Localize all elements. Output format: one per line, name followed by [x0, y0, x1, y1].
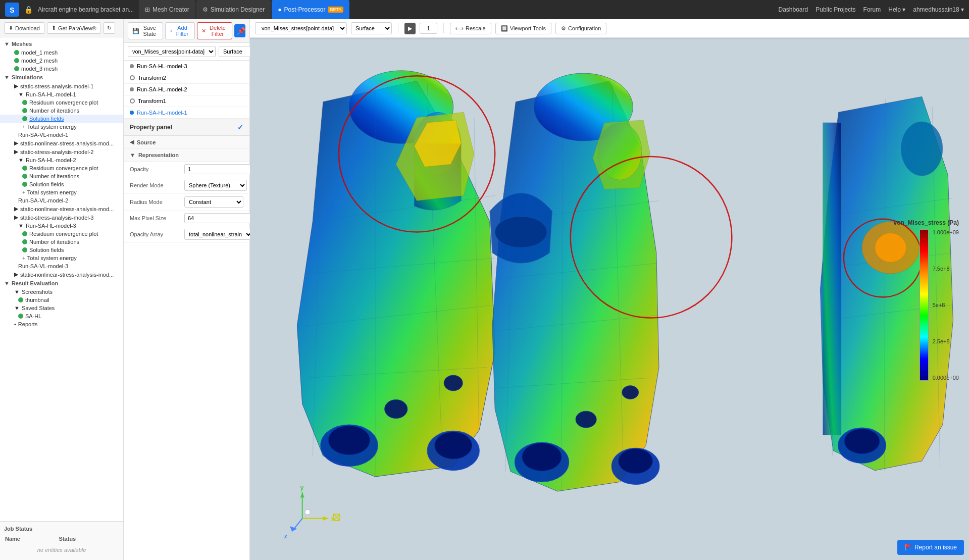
- legend-labels: 1.000e+09 7.5e+8 5e+8 2.5e+8 0.000e+00: [931, 229, 959, 381]
- caret-down-icon: ▼: [14, 305, 20, 311]
- nav-forum[interactable]: Forum: [863, 6, 881, 13]
- tree-item-static-nonlinear-3[interactable]: ▶ static-nonlinear-stress-analysis-mod..…: [0, 270, 123, 279]
- opacity-array-select[interactable]: total_nonlinear_strain von_Mises_stress …: [184, 229, 253, 240]
- canvas-area[interactable]: x y z von_Mises_stress: [250, 39, 969, 560]
- tree-item-static-nonlinear-1[interactable]: ▶ static-nonlinear-stress-analysis-mod..…: [0, 139, 123, 147]
- tree-item-total-energy-1[interactable]: + Total system energy: [0, 123, 123, 131]
- tree-item-static-stress-2[interactable]: ▶ static-stress-analysis-model-2: [0, 147, 123, 156]
- svg-point-20: [844, 429, 880, 453]
- tree-item-screenshots[interactable]: ▼ Screenshots: [0, 288, 123, 296]
- simulations-header[interactable]: ▼ Simulations: [0, 73, 123, 82]
- tree-item-sa-hl[interactable]: SA-HL: [0, 312, 123, 320]
- get-paraview-button[interactable]: ⬆ Get ParaView®: [47, 22, 101, 34]
- tree-item-model3-mesh[interactable]: model_3 mesh: [0, 65, 123, 73]
- tree-item-iterations-1[interactable]: Number of iterations: [0, 107, 123, 115]
- job-status-title: Job Status: [4, 526, 119, 532]
- vt-render-select[interactable]: Surface Wireframe: [351, 22, 392, 34]
- status-dot-green: [22, 247, 27, 252]
- tree-item-thumbnail[interactable]: thumbnail: [0, 296, 123, 304]
- render-mode-select[interactable]: Sphere (Texture) Gaussian Black-Edged Ci…: [184, 180, 247, 191]
- tree-item-run-sa-hl-1[interactable]: ▼ Run-SA-HL-model-1: [0, 90, 123, 98]
- tab-post-processor[interactable]: ● Post-Processor BETA: [272, 0, 349, 19]
- eye-icon: [130, 75, 135, 80]
- status-dot-green: [22, 231, 27, 236]
- tree-item-solution-1[interactable]: Solution fields: [0, 115, 123, 123]
- prop-row-opacity-array: Opacity Array total_nonlinear_strain von…: [124, 226, 249, 243]
- tree-item-iterations-3[interactable]: Number of iterations: [0, 238, 123, 246]
- tree-item-iterations-2[interactable]: Number of iterations: [0, 172, 123, 180]
- rescale-button[interactable]: ⟺ Rescale: [450, 23, 491, 34]
- pipeline-item-1[interactable]: Transform2: [124, 72, 249, 84]
- tree-item-residuum-2[interactable]: Residuum convergence plot: [0, 164, 123, 172]
- svg-point-25: [495, 217, 547, 248]
- job-col-status: Status: [59, 535, 118, 543]
- caret-right-icon: ▶: [14, 206, 18, 212]
- svg-point-23: [901, 122, 942, 176]
- caret-right-icon: ▶: [14, 83, 18, 89]
- tree-item-static-nonlinear-2[interactable]: ▶ static-nonlinear-stress-analysis-mod..…: [0, 205, 123, 213]
- tree-item-run-sa-hl-2[interactable]: ▼ Run-SA-HL-model-2: [0, 156, 123, 164]
- tree-item-model2-mesh[interactable]: model_2 mesh: [0, 57, 123, 65]
- status-dot-green: [22, 239, 27, 244]
- status-dot-green: [14, 50, 19, 55]
- pin-button[interactable]: 📌: [234, 24, 245, 37]
- tree-item-saved-states[interactable]: ▼ Saved States: [0, 304, 123, 312]
- tab-mesh-creator[interactable]: ⊞ Mesh Creator: [139, 0, 195, 19]
- tab-simulation-designer[interactable]: ⚙ Simulation Designer: [196, 0, 271, 19]
- nav-public-projects[interactable]: Public Projects: [815, 6, 855, 13]
- caret-right-icon: ▶: [14, 148, 18, 155]
- pipeline-item-0[interactable]: Run-SA-HL-model-3: [124, 61, 249, 72]
- report-issue-button[interactable]: 🚩 Report an issue: [897, 540, 964, 555]
- max-pixel-label: Max Pixel Size: [130, 215, 180, 221]
- viewport-tools-button[interactable]: 🔲 Viewport Tools: [495, 23, 551, 34]
- tree-item-run-sa-vl-1[interactable]: Run-SA-VL-model-1: [0, 131, 123, 139]
- tree-item-total-energy-2[interactable]: + Total system energy: [0, 188, 123, 196]
- result-eval-header[interactable]: ▼ Result Evaluation: [0, 279, 123, 288]
- tree-item-static-stress-1[interactable]: ▶ static-stress-analysis-model-1: [0, 82, 123, 90]
- pipeline-item-4[interactable]: Run-SA-HL-model-1: [124, 107, 249, 119]
- refresh-button[interactable]: ↻: [104, 22, 115, 34]
- play-button[interactable]: ▶: [404, 23, 416, 34]
- download-button[interactable]: ⬇ Download: [4, 22, 44, 34]
- svg-point-7: [435, 432, 472, 459]
- tree-item-solution-2[interactable]: Solution fields: [0, 180, 123, 188]
- result-eval-label: Result Evaluation: [12, 280, 58, 286]
- representation-section-header[interactable]: ▼ Representation: [124, 149, 249, 162]
- svg-point-16: [576, 411, 596, 428]
- source-section-header[interactable]: ◀ Source: [124, 136, 249, 149]
- frame-input[interactable]: [420, 23, 437, 34]
- vt-variable-select[interactable]: von_Mises_stress[point-data]: [255, 22, 347, 34]
- radius-mode-select[interactable]: Constant Scalar Vector: [184, 196, 243, 208]
- add-filter-button[interactable]: + Add Filter: [165, 22, 195, 39]
- svg-text:x: x: [331, 515, 334, 522]
- tree-item-run-sa-vl-2[interactable]: Run-SA-VL-model-2: [0, 196, 123, 205]
- user-menu[interactable]: ahmedhussain18 ▾: [913, 6, 964, 13]
- tree-item-run-sa-hl-3[interactable]: ▼ Run-SA-HL-model-3: [0, 222, 123, 230]
- top-navigation: S 🔒 Aircraft engine bearing bracket an..…: [0, 0, 969, 19]
- meshes-header[interactable]: ▼ Meshes: [0, 39, 123, 48]
- variable-select[interactable]: von_Mises_stress[point-data]: [128, 46, 216, 57]
- tree-item-residuum-1[interactable]: Residuum convergence plot: [0, 98, 123, 107]
- svg-text:S: S: [10, 6, 14, 14]
- tree-item-run-sa-vl-3[interactable]: Run-SA-VL-model-3: [0, 262, 123, 270]
- nav-dashboard[interactable]: Dashboard: [778, 6, 808, 13]
- pipeline-item-3[interactable]: Transform1: [124, 95, 249, 107]
- tree-item-static-stress-3[interactable]: ▶ static-stress-analysis-model-3: [0, 213, 123, 222]
- render-mode-label: Render Mode: [130, 182, 180, 188]
- flag-icon: 🚩: [904, 544, 912, 551]
- prop-row-opacity: Opacity: [124, 162, 249, 177]
- plus-icon: +: [22, 124, 25, 130]
- tree-item-residuum-3[interactable]: Residuum convergence plot: [0, 230, 123, 238]
- tree-item-total-energy-3[interactable]: + Total system energy: [0, 254, 123, 262]
- tree-item-solution-3[interactable]: Solution fields: [0, 246, 123, 254]
- save-state-button[interactable]: 💾 Save State: [128, 22, 163, 39]
- check-icon[interactable]: ✓: [237, 123, 243, 131]
- caret-down-icon: ▼: [18, 157, 24, 163]
- configuration-button[interactable]: ⚙ Configuration: [555, 23, 606, 34]
- delete-filter-button[interactable]: ✕ Delete Filter: [197, 22, 232, 39]
- tree-item-reports[interactable]: • Reports: [0, 320, 123, 328]
- nav-help[interactable]: Help ▾: [888, 6, 905, 13]
- pipeline-item-2[interactable]: Run-SA-HL-model-2: [124, 84, 249, 95]
- tree-item-model1-mesh[interactable]: model_1 mesh: [0, 48, 123, 57]
- grid-icon: ⊞: [145, 6, 150, 13]
